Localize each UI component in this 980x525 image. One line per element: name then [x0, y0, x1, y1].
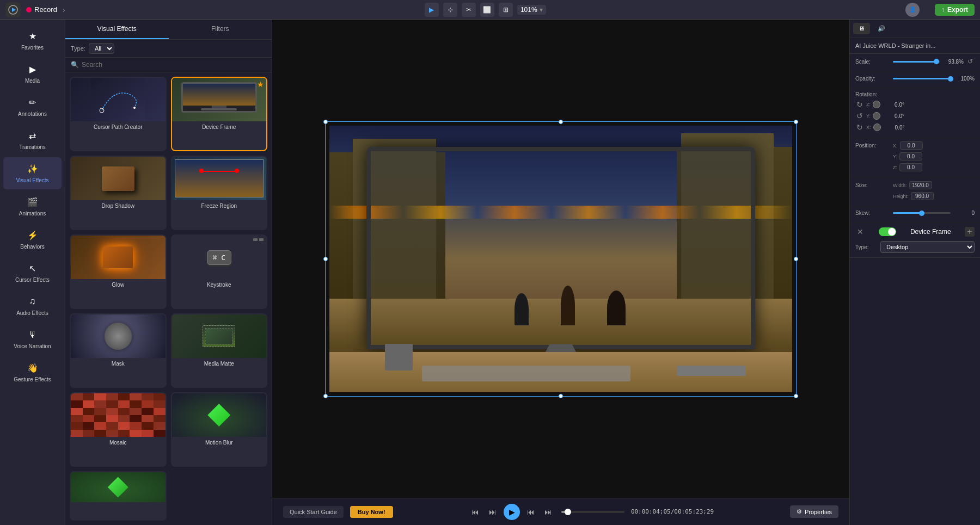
- quick-start-guide[interactable]: Quick Start Guide: [283, 506, 344, 518]
- handle-top-left[interactable]: [323, 120, 328, 124]
- scale-fill: [893, 61, 936, 63]
- sidebar-item-media[interactable]: ▶ Media: [3, 58, 62, 90]
- drop-shadow-thumb: [71, 157, 166, 200]
- opacity-value: 100%: [953, 76, 975, 82]
- rotation-x-icon: ↻: [855, 123, 864, 132]
- sidebar-item-cursor-effects[interactable]: ↖ Cursor Effects: [3, 257, 62, 289]
- skew-row: Skew: 0: [855, 210, 975, 216]
- behaviors-icon: ⚡: [27, 229, 39, 241]
- sidebar-item-gesture-effects[interactable]: 👋 Gesture Effects: [3, 356, 62, 388]
- skew-thumb[interactable]: [919, 211, 924, 216]
- effect-device-frame[interactable]: ★ Device Frame: [171, 77, 268, 151]
- sidebar-label-media: Media: [25, 78, 40, 84]
- device-frame-remove-button[interactable]: ✕: [855, 227, 865, 237]
- rewind-to-start-button[interactable]: ⏮: [469, 505, 482, 518]
- position-z-row: Z: 0.0: [855, 163, 975, 171]
- scale-reset-icon[interactable]: ↺: [966, 57, 975, 66]
- breadcrumb-arrow: ›: [63, 5, 65, 14]
- step-back-button[interactable]: ⏭: [486, 505, 499, 518]
- rect-tool[interactable]: ⬜: [480, 3, 494, 17]
- timeline-thumb[interactable]: [565, 509, 571, 515]
- search-icon: 🔍: [71, 61, 79, 69]
- opacity-slider[interactable]: [893, 78, 951, 79]
- sidebar-item-animations[interactable]: 🎬 Animations: [3, 190, 62, 223]
- play-pause-button[interactable]: ▶: [504, 504, 520, 520]
- fast-forward-button[interactable]: ⏭: [542, 505, 555, 518]
- toolbar-icons: ▶ ⊹ ✂ ⬜ ⊞ 101% ▾: [425, 3, 546, 17]
- rotation-label: Rotation:: [855, 91, 891, 97]
- handle-middle-left[interactable]: [323, 257, 328, 261]
- rotation-z-dial[interactable]: [873, 101, 880, 108]
- device-frame-toggle[interactable]: [879, 227, 896, 236]
- scale-slider[interactable]: [893, 61, 940, 63]
- pos-y-value[interactable]: 0.0: [899, 152, 922, 160]
- handle-top-right[interactable]: [794, 120, 798, 124]
- height-value[interactable]: 960.0: [911, 192, 934, 200]
- record-button[interactable]: Record: [26, 5, 57, 14]
- frame-tool[interactable]: ⊞: [499, 3, 513, 17]
- rotation-z-row: ↻ Z: 0.0°: [855, 100, 975, 109]
- sidebar-item-behaviors[interactable]: ⚡ Behaviors: [3, 224, 62, 256]
- effect-freeze-region[interactable]: Freeze Region: [171, 156, 268, 230]
- sidebar-item-voice-narration[interactable]: 🎙 Voice Narration: [3, 323, 62, 355]
- buy-now-button[interactable]: Buy Now!: [350, 506, 393, 518]
- sidebar-label-cursor-effects: Cursor Effects: [15, 277, 50, 283]
- glow-name: Glow: [71, 279, 166, 291]
- handle-top-center[interactable]: [559, 120, 563, 124]
- properties-button[interactable]: ⚙ Properties: [790, 505, 838, 518]
- opacity-thumb[interactable]: [948, 76, 953, 82]
- rotation-z-icon: ↻: [855, 100, 864, 109]
- type-select[interactable]: All: [89, 43, 114, 54]
- effect-glow[interactable]: Glow: [70, 234, 167, 309]
- effect-media-matte[interactable]: Media Matte: [171, 313, 268, 388]
- zoom-control[interactable]: 101% ▾: [517, 5, 546, 15]
- sidebar-item-visual-effects[interactable]: ✨ Visual Effects: [3, 157, 62, 189]
- sidebar-label-favorites: Favorites: [21, 45, 44, 51]
- search-input[interactable]: [82, 61, 266, 69]
- width-value[interactable]: 1920.0: [909, 181, 932, 189]
- device-frame-type-select[interactable]: Desktop: [880, 241, 975, 253]
- effect-keystroke[interactable]: ⌘ C Keystroke: [171, 234, 268, 309]
- handle-bottom-right[interactable]: [794, 394, 798, 398]
- sidebar-label-voice-narration: Voice Narration: [14, 343, 51, 350]
- select-tool[interactable]: ⊹: [443, 3, 457, 17]
- effect-mosaic[interactable]: Mosaic: [70, 392, 167, 467]
- effect-motion-blur[interactable]: Motion Blur: [171, 392, 268, 467]
- cut-tool[interactable]: ✂: [462, 3, 476, 17]
- sidebar-item-audio-effects[interactable]: ♫ Audio Effects: [3, 290, 62, 322]
- width-label: Width:: [893, 183, 907, 188]
- tab-filters[interactable]: Filters: [169, 20, 272, 39]
- effect-scroll[interactable]: [70, 471, 167, 521]
- zoom-dropdown-icon: ▾: [540, 6, 543, 14]
- handle-middle-right[interactable]: [794, 257, 798, 261]
- user-avatar[interactable]: 👤: [905, 3, 920, 17]
- effect-drop-shadow[interactable]: Drop Shadow: [70, 156, 167, 230]
- effects-tabs: Visual Effects Filters: [65, 20, 272, 40]
- sidebar-item-transitions[interactable]: ⇄ Transitions: [3, 124, 62, 156]
- sidebar-item-annotations[interactable]: ✏ Annotations: [3, 91, 62, 123]
- rotation-y-dial[interactable]: [873, 112, 880, 120]
- step-forward-button[interactable]: ⏮: [524, 505, 537, 518]
- video-tab-icon: 🖥: [859, 25, 865, 32]
- scale-thumb[interactable]: [934, 59, 939, 64]
- effect-cursor-path[interactable]: Cursor Path Creator: [70, 77, 167, 151]
- sidebar-label-transitions: Transitions: [19, 144, 46, 151]
- handle-bottom-center[interactable]: [559, 394, 563, 398]
- rotation-x-dial[interactable]: [873, 123, 881, 131]
- effect-mask[interactable]: Mask: [70, 313, 167, 388]
- skew-slider[interactable]: [893, 212, 951, 214]
- sidebar-item-favorites[interactable]: ★ Favorites: [3, 24, 62, 57]
- pos-x-value[interactable]: 0.0: [900, 141, 923, 150]
- main-layout: ★ Favorites ▶ Media ✏ Annotations ⇄ Tran…: [0, 20, 980, 525]
- handle-bottom-left[interactable]: [323, 394, 328, 398]
- device-frame-add-button[interactable]: +: [965, 227, 975, 237]
- annotation-icon: ✏: [27, 96, 39, 108]
- tab-video[interactable]: 🖥: [853, 23, 870, 34]
- export-button[interactable]: ↑ Export: [935, 4, 975, 16]
- mask-thumb: [71, 314, 166, 358]
- timeline-scrubber[interactable]: [561, 511, 624, 513]
- pos-z-value[interactable]: 0.0: [899, 163, 922, 171]
- tab-audio[interactable]: 🔊: [872, 23, 891, 34]
- cursor-tool[interactable]: ▶: [425, 3, 439, 17]
- tab-visual-effects[interactable]: Visual Effects: [65, 20, 169, 39]
